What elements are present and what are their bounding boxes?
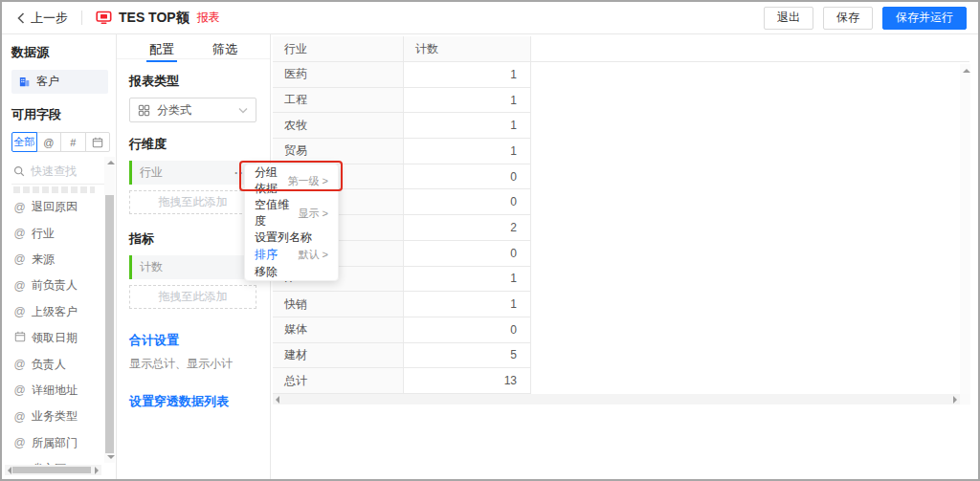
totals-settings-desc: 显示总计、显示小计 — [129, 356, 258, 372]
table-row: 农牧1 — [273, 113, 531, 139]
column-header-industry[interactable]: 行业 — [273, 36, 404, 61]
filter-tab-all[interactable]: 全部 — [11, 132, 37, 152]
scroll-left-arrow[interactable] — [275, 396, 279, 404]
save-and-run-button[interactable]: 保存并运行 — [882, 7, 967, 30]
menu-item-label: 空值维度 — [255, 197, 299, 230]
field-item[interactable]: @负责人 — [11, 351, 108, 377]
scroll-up-arrow[interactable] — [107, 160, 115, 164]
menu-item-label: 设置列名称 — [255, 230, 312, 246]
menu-item-label: 移除 — [255, 264, 278, 280]
config-tabs: 配置 筛选 — [117, 34, 270, 59]
metric-item-count[interactable]: 计数 — [129, 255, 256, 279]
scrollbar-thumb[interactable] — [105, 195, 114, 453]
row-label-cell: 医药 — [273, 62, 404, 88]
report-type-badge: 报表 — [197, 10, 220, 26]
menu-item-null-dimension[interactable]: 空值维度 显示 > — [245, 197, 338, 230]
row-value-cell: 1 — [404, 62, 531, 88]
scrollbar-corner — [960, 394, 970, 404]
report-type-select[interactable]: 分类式 — [129, 98, 256, 122]
field-item[interactable]: @详细地址 — [11, 378, 108, 404]
field-item[interactable]: @退回原因 — [11, 194, 108, 220]
menu-item-set-column-name[interactable]: 设置列名称 — [245, 230, 338, 247]
at-icon: @ — [13, 279, 26, 293]
field-filter-tabs: 全部 @ # — [11, 132, 110, 152]
exit-button[interactable]: 退出 — [764, 7, 813, 30]
table-row: 建材5 — [273, 343, 531, 369]
tab-config[interactable]: 配置 — [149, 41, 174, 58]
row-value-cell: 0 — [404, 241, 531, 267]
field-item[interactable]: @行业 — [11, 220, 108, 246]
calendar-icon — [92, 137, 103, 148]
menu-item-sort[interactable]: 排序 默认 > — [245, 247, 338, 264]
menu-item-group-by[interactable]: 分组依据 第一级 > — [245, 164, 338, 197]
sidebar-horizontal-scrollbar[interactable] — [5, 465, 101, 475]
scroll-right-arrow[interactable] — [953, 396, 958, 404]
sidebar-vertical-scrollbar[interactable] — [104, 157, 115, 463]
field-list: @退回原因 @行业 @来源 @前负责人 @上级客户 领取日期 @负责人 @详细地… — [11, 186, 108, 481]
field-label: 退回原因 — [32, 199, 78, 215]
totals-settings-link[interactable]: 合计设置 — [129, 332, 258, 349]
field-item[interactable]: @业务类型 — [11, 404, 108, 429]
at-icon: @ — [13, 227, 26, 240]
field-search — [11, 162, 107, 185]
grid-horizontal-scrollbar[interactable] — [273, 394, 960, 404]
field-label: 所属部门 — [32, 435, 78, 451]
report-preview-panel: 行业 计数 医药1 工程1 农牧1 贸易1 0 0 2 0 IT1 快销1 媒体… — [271, 34, 978, 479]
row-label-cell: 媒体 — [273, 317, 404, 343]
dimension-context-menu: 分组依据 第一级 > 空值维度 显示 > 设置列名称 排序 默认 > 移除 — [244, 164, 339, 281]
filter-tab-number[interactable]: # — [60, 132, 86, 152]
at-icon: @ — [13, 436, 26, 449]
table-row: 快销1 — [273, 292, 531, 317]
scroll-up-arrow[interactable] — [963, 68, 970, 73]
table-row: 贸易1 — [273, 139, 531, 164]
datasource-item-label: 客户 — [36, 74, 59, 90]
menu-item-value: 默认 > — [299, 248, 328, 262]
back-button[interactable]: 上一步 — [17, 10, 68, 27]
row-label-cell: 农牧 — [273, 113, 404, 139]
row-value-cell: 0 — [404, 164, 531, 190]
search-icon — [13, 165, 25, 177]
menu-item-label: 排序 — [255, 247, 278, 263]
field-label: 来源 — [32, 251, 55, 268]
scroll-right-arrow[interactable] — [95, 467, 100, 474]
field-item[interactable]: @所属部门 — [11, 430, 108, 456]
row-dimension-dropzone[interactable]: 拖拽至此添加 — [129, 190, 256, 214]
row-value-cell: 2 — [404, 215, 531, 241]
scrollbar-thumb[interactable] — [12, 467, 91, 473]
scroll-down-arrow[interactable] — [107, 455, 115, 460]
clipped-field-item — [13, 186, 95, 193]
grid-vertical-scrollbar[interactable] — [960, 64, 970, 404]
row-value-cell: 1 — [404, 113, 531, 139]
scroll-left-arrow[interactable] — [7, 467, 11, 474]
building-icon — [18, 76, 31, 88]
filter-tab-text[interactable]: @ — [36, 132, 62, 152]
tab-filter[interactable]: 筛选 — [212, 41, 237, 58]
field-item[interactable]: @上级客户 — [11, 299, 108, 325]
row-value-cell: 1 — [404, 267, 531, 293]
row-value-cell: 1 — [404, 139, 531, 164]
metric-dropzone[interactable]: 拖拽至此添加 — [129, 285, 256, 309]
drill-through-link[interactable]: 设置穿透数据列表 — [129, 393, 258, 410]
column-header-count[interactable]: 计数 — [404, 36, 531, 61]
at-icon: @ — [13, 201, 26, 214]
row-dimension-label: 行维度 — [129, 136, 258, 153]
field-item[interactable]: 领取日期 — [11, 325, 108, 351]
chevron-left-icon — [17, 12, 25, 24]
search-input[interactable] — [31, 164, 101, 178]
field-label: 行业 — [32, 226, 55, 242]
row-dimension-item-industry[interactable]: 行业 ··· — [129, 161, 256, 185]
row-label-cell: 工程 — [273, 88, 404, 114]
at-icon: @ — [13, 383, 26, 397]
field-item[interactable]: @来源 — [11, 247, 108, 273]
table-row: 医药1 — [273, 62, 531, 88]
menu-item-remove[interactable]: 移除 — [245, 263, 338, 280]
table-header-row: 行业 计数 — [273, 36, 969, 62]
fields-title: 可用字段 — [11, 106, 108, 123]
datasource-item-customer[interactable]: 客户 — [11, 70, 108, 94]
field-label: 业务类型 — [32, 408, 78, 425]
menu-item-label: 分组依据 — [255, 164, 288, 197]
field-item[interactable]: @前负责人 — [11, 273, 108, 298]
topbar: 上一步 TES TOP额 报表 退出 保存 保存并运行 — [2, 2, 978, 34]
save-button[interactable]: 保存 — [823, 7, 873, 30]
filter-tab-date[interactable] — [85, 132, 111, 152]
